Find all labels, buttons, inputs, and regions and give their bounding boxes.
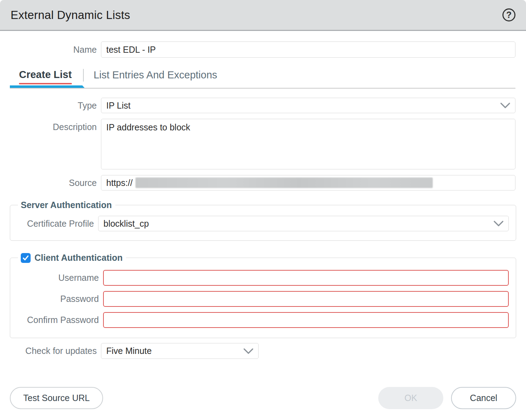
- password-label: Password: [10, 294, 99, 304]
- help-icon[interactable]: ?: [502, 8, 515, 21]
- check-for-updates-select[interactable]: Five Minute: [101, 343, 259, 359]
- tab-baseline-divider: [10, 88, 515, 89]
- confirm-password-input[interactable]: [103, 312, 509, 328]
- type-select[interactable]: IP List: [101, 98, 515, 113]
- description-textarea[interactable]: IP addresses to block: [101, 119, 515, 169]
- certificate-profile-value: blocklist_cp: [103, 219, 149, 229]
- server-authentication-title: Server Authentication: [21, 200, 112, 210]
- password-row: Password: [10, 291, 509, 307]
- source-row: Source https://: [0, 175, 526, 190]
- tab-list-entries-label: List Entries And Exceptions: [94, 69, 217, 80]
- type-row: Type IP List: [0, 98, 526, 113]
- tab-bar: Create List List Entries And Exceptions: [0, 69, 526, 89]
- username-row: Username: [10, 270, 509, 286]
- type-label: Type: [11, 101, 97, 111]
- client-authentication-title: Client Authentication: [34, 253, 122, 263]
- tab-create-list-label: Create List: [19, 69, 72, 80]
- name-label: Name: [11, 45, 97, 55]
- client-authentication-legend: Client Authentication: [18, 253, 126, 263]
- ok-button[interactable]: OK: [378, 387, 443, 409]
- source-url-prefix: https://: [106, 178, 133, 188]
- dialog-title: External Dynamic Lists: [11, 8, 130, 22]
- check-for-updates-row: Check for updates Five Minute: [0, 343, 526, 359]
- test-source-url-button[interactable]: Test Source URL: [10, 387, 103, 409]
- confirm-password-row: Confirm Password: [10, 312, 509, 328]
- dialog-header: External Dynamic Lists ?: [0, 0, 526, 31]
- tab-separator: [83, 69, 84, 82]
- active-tab-underline: [19, 83, 72, 84]
- server-authentication-section: Server Authentication Certificate Profil…: [10, 200, 516, 241]
- checkmark-icon: [22, 254, 29, 261]
- client-authentication-section: Client Authentication Username Password …: [10, 253, 516, 338]
- username-label: Username: [10, 273, 99, 283]
- username-input[interactable]: [103, 270, 509, 286]
- name-input[interactable]: [101, 41, 515, 58]
- name-row: Name: [0, 41, 526, 58]
- check-for-updates-value: Five Minute: [106, 346, 152, 356]
- client-authentication-checkbox[interactable]: [21, 253, 31, 263]
- certificate-profile-select[interactable]: blocklist_cp: [98, 216, 509, 231]
- tab-create-list[interactable]: Create List: [11, 69, 80, 84]
- type-select-value: IP List: [106, 101, 131, 111]
- source-label: Source: [11, 178, 97, 188]
- redacted-url-block: [135, 177, 433, 188]
- confirm-password-label: Confirm Password: [10, 315, 99, 325]
- certificate-profile-label: Certificate Profile: [10, 219, 94, 229]
- chevron-down-icon: [500, 102, 510, 109]
- dialog-footer: Test Source URL OK Cancel: [0, 387, 526, 409]
- chevron-down-icon: [243, 348, 253, 354]
- description-row: Description IP addresses to block: [0, 119, 526, 169]
- certificate-profile-row: Certificate Profile blocklist_cp: [10, 216, 509, 231]
- tab-list-entries-and-exceptions[interactable]: List Entries And Exceptions: [94, 69, 217, 81]
- check-for-updates-label: Check for updates: [11, 346, 97, 356]
- description-label: Description: [11, 122, 97, 132]
- cancel-button[interactable]: Cancel: [451, 387, 516, 409]
- chevron-down-icon: [494, 220, 503, 227]
- source-input[interactable]: https://: [101, 175, 515, 190]
- password-input[interactable]: [103, 291, 509, 307]
- server-authentication-legend: Server Authentication: [18, 200, 115, 210]
- external-dynamic-lists-dialog: External Dynamic Lists ? Name Create Lis…: [0, 0, 526, 420]
